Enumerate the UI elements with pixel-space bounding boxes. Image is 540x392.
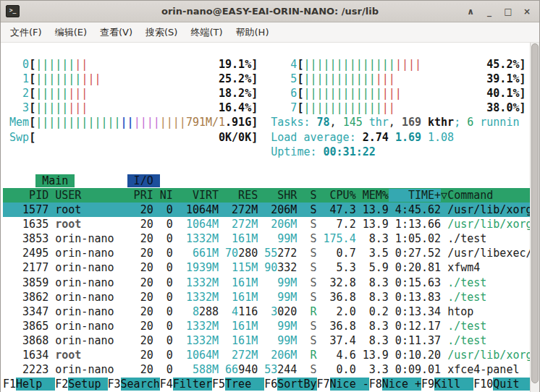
column-header-mem[interactable]: MEM%: [356, 189, 389, 202]
fkey-f4-action[interactable]: Filter: [173, 378, 212, 391]
process-mem: 3.5: [356, 247, 389, 260]
process-ni: 0: [153, 291, 173, 304]
menu-file[interactable]: 文件(F): [4, 24, 48, 41]
terminal-window: >_ orin-nano@EASY-EAI-ORIN-NANO: /usr/li…: [0, 0, 540, 392]
process-row[interactable]: 2495 orin-nano 20 0 661M 70280 55272 S 0…: [3, 246, 532, 260]
column-header-state[interactable]: S: [297, 189, 316, 202]
tasks-text: ,: [389, 116, 402, 129]
column-header-res[interactable]: RES: [219, 189, 258, 202]
fkey-f9-action[interactable]: Kill: [434, 378, 473, 391]
meter-close-bracket: ]: [251, 131, 258, 144]
cpu-meter-label: 6: [271, 87, 297, 100]
title-bar[interactable]: >_ orin-nano@EASY-EAI-ORIN-NANO: /usr/li…: [1, 1, 539, 22]
uptime-row: Uptime: 00:31:22: [3, 145, 532, 159]
process-row[interactable]: 1634 root 20 0 1064M 272M 206M R 4.6 13.…: [3, 348, 532, 362]
fkey-f2-action[interactable]: Setup: [68, 378, 107, 391]
mem-meter-label: Mem: [3, 116, 29, 129]
process-ni: 0: [153, 203, 173, 216]
column-header-user[interactable]: USER: [55, 189, 120, 202]
column-header-command[interactable]: Command: [447, 189, 532, 202]
fkey-f7-action[interactable]: Nice -: [330, 378, 369, 391]
process-row[interactable]: 1577 root 20 0 1064M 272M 206M S 47.3 13…: [3, 203, 532, 217]
cpu-percent: 19.1%: [219, 58, 251, 71]
scrollbar-thumb[interactable]: [531, 43, 539, 383]
fkey-f4-key[interactable]: F4: [160, 378, 173, 391]
menu-help[interactable]: 帮助(H): [230, 24, 275, 41]
column-header-virt[interactable]: VIRT: [173, 189, 219, 202]
column-header-time-sorted[interactable]: TIME+: [389, 189, 441, 202]
process-shr: 3: [271, 305, 277, 318]
scrollbar[interactable]: [530, 43, 539, 392]
process-row[interactable]: 3347 orin-nano 20 0 8288 4116 3020 R 2.0…: [3, 304, 532, 319]
process-ni: 0: [153, 320, 173, 333]
menu-search[interactable]: 搜索(S): [140, 24, 183, 41]
process-cpu: 0.7: [317, 247, 356, 260]
process-pri: 20: [121, 305, 153, 318]
fkey-f8-key[interactable]: F8: [369, 378, 382, 391]
column-header-ni[interactable]: NI: [153, 189, 173, 202]
column-header-cpu[interactable]: CPU%: [317, 189, 356, 202]
menu-terminal[interactable]: 终端(T): [185, 24, 228, 41]
process-row[interactable]: 2177 orin-nano 20 0 1939M 115M 90332 S 5…: [3, 260, 532, 275]
process-row[interactable]: 1635 root 20 0 1064M 272M 206M S 7.2 13.…: [3, 217, 532, 231]
tasks-text: 169: [402, 116, 421, 129]
fkey-f1-key[interactable]: F1: [3, 378, 16, 391]
process-res: 940: [238, 363, 258, 376]
process-shr: 90: [264, 261, 277, 274]
fkey-f9-key[interactable]: F9: [421, 378, 434, 391]
process-time: 0:11.37: [389, 334, 441, 347]
process-row[interactable]: 3865 orin-nano 20 0 1332M 161M 99M S 36.…: [3, 319, 532, 333]
column-header-shr[interactable]: SHR: [258, 189, 297, 202]
process-res: 161M: [232, 232, 258, 245]
process-state: R: [297, 305, 316, 318]
process-shr: 99M: [277, 320, 297, 333]
process-row[interactable]: 3859 orin-nano 20 0 1332M 161M 99M S 32.…: [3, 276, 532, 290]
cpu-bar-normal: |||||: [35, 101, 68, 114]
process-time: 0:10.20: [389, 349, 441, 362]
menu-edit[interactable]: 编辑(E): [49, 24, 93, 41]
fkey-f5-key[interactable]: F5: [212, 378, 225, 391]
tab-io[interactable]: I/O: [127, 174, 160, 187]
function-key-bar: F1Help F2Setup F3SearchF4FilterF5Tree F6…: [3, 377, 532, 391]
shade-button[interactable]: ∧: [463, 4, 478, 20]
process-user: orin-nano: [55, 247, 120, 260]
process-state: S: [297, 218, 316, 231]
minimize-button[interactable]: _: [481, 4, 497, 20]
fkey-f10-key[interactable]: F10: [473, 378, 493, 391]
fkey-f2-key[interactable]: F2: [55, 378, 68, 391]
fkey-f1-action[interactable]: Help: [16, 378, 55, 391]
cpu-meter-label: 7: [271, 101, 297, 114]
process-virt: 588M: [193, 363, 219, 376]
fkey-f5-action[interactable]: Tree: [225, 378, 264, 391]
process-state: S: [297, 247, 316, 260]
fkey-f7-key[interactable]: F7: [317, 378, 330, 391]
process-res: 272M: [232, 203, 258, 216]
process-row[interactable]: 2223 orin-nano 20 0 588M 66940 53244 S 0…: [3, 362, 532, 377]
fkey-f6-key[interactable]: F6: [264, 378, 277, 391]
fkey-f8-action[interactable]: Nice +: [382, 378, 421, 391]
cpu-bar-normal: |||||||: [35, 72, 81, 85]
mem-bar-segment: |||||||||||||: [35, 116, 120, 129]
column-header-pid[interactable]: PID: [3, 189, 48, 202]
maximize-button[interactable]: □: [500, 4, 516, 20]
process-pid: 3862: [3, 291, 48, 304]
process-user: orin-nano: [55, 320, 120, 333]
fkey-f3-action[interactable]: Search: [121, 378, 160, 391]
close-button[interactable]: ×: [519, 4, 535, 20]
meter-close-bracket: ]: [519, 101, 526, 114]
process-row[interactable]: 3868 orin-nano 20 0 1332M 161M 99M S 37.…: [3, 333, 532, 348]
table-header-row[interactable]: PID USER PRI NI VIRT RES SHR S CPU% MEM%…: [3, 188, 532, 203]
process-user: orin-nano: [55, 232, 120, 245]
fkey-f6-action[interactable]: SortBy: [277, 378, 316, 391]
process-row[interactable]: 3853 orin-nano 20 0 1332M 161M 99M S 175…: [3, 231, 532, 246]
tab-main[interactable]: Main: [35, 174, 75, 187]
process-pid: 2223: [3, 363, 48, 376]
process-pid: 2495: [3, 247, 48, 260]
process-row[interactable]: 3862 orin-nano 20 0 1332M 161M 99M S 36.…: [3, 290, 532, 304]
fkey-f3-key[interactable]: F3: [108, 378, 121, 391]
fkey-f10-action[interactable]: Quit: [493, 378, 532, 391]
window-title: orin-nano@EASY-EAI-ORIN-NANO: /usr/lib: [1, 6, 539, 17]
column-header-pri[interactable]: PRI: [121, 189, 153, 202]
menu-view[interactable]: 查看(V): [94, 24, 138, 41]
process-virt: 8: [193, 305, 199, 318]
